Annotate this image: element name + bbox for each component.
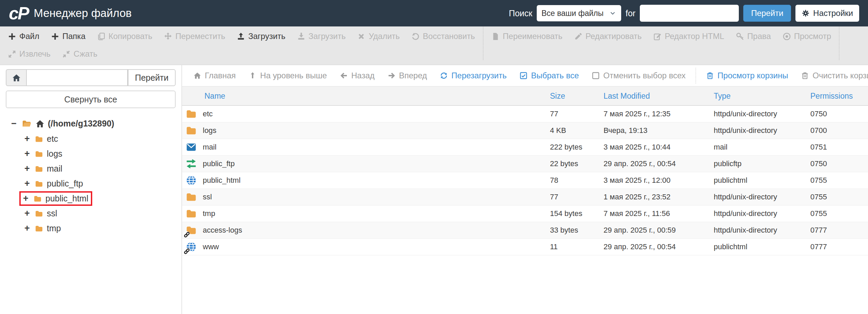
home-button[interactable] [6,69,27,86]
toolbar-delete-button[interactable]: Удалить [351,27,406,45]
toolbar-restore-label: Восстановить [423,32,475,41]
navbar-empty-trash-button[interactable]: Очистить корзину [794,71,868,80]
view-icon [783,32,791,41]
toolbar-row-2: ИзвлечьСжать [2,45,866,63]
toolbar-rename-button[interactable]: Переименовать [486,27,568,45]
file-type: httpd/unix-directory [714,126,810,135]
toolbar-download-button[interactable]: Загрузить [291,27,352,45]
html-edit-icon [653,32,662,41]
expand-expander[interactable]: + [23,209,31,218]
file-row-mail[interactable]: mail222 bytes3 мая 2025 г., 10:44mail075… [182,139,868,156]
settings-button[interactable]: Настройки [795,5,859,22]
folder-icon [185,125,198,136]
expand-expander[interactable]: + [23,179,31,188]
plus-icon [8,32,16,41]
toolbar-row-1: ФайлПапкаКопироватьПереместитьЗагрузитьЗ… [2,27,866,45]
toolbar-view-button[interactable]: Просмотр [777,27,837,45]
toolbar-copy-button[interactable]: Копировать [91,27,158,45]
toolbar-edit-button[interactable]: Редактировать [568,27,648,45]
app-header: cP Менеджер файлов Поиск Все ваши файлы … [0,0,868,26]
toolbar-extract-button[interactable]: Извлечь [2,45,56,63]
navbar-back-button[interactable]: Назад [333,71,381,80]
sidebar-tree-item-tmp[interactable]: +tmp [21,221,65,236]
toolbar-restore-button[interactable]: Восстановить [406,27,481,45]
navbar-reload-button[interactable]: Перезагрузить [433,71,513,80]
folder-icon [185,208,197,219]
file-row-tmp[interactable]: tmp154 bytes7 мая 2025 г., 11:56httpd/un… [182,205,868,222]
path-input[interactable] [27,69,128,86]
column-header-size[interactable]: Size [550,92,604,101]
file-row-etc[interactable]: etc777 мая 2025 г., 12:35httpd/unix-dire… [182,106,868,122]
tree-root-label: (/home/g132890) [48,119,114,129]
file-row-ssl[interactable]: ssl771 мая 2025 г., 23:52httpd/unix-dire… [182,189,868,205]
expand-expander[interactable]: + [23,164,31,173]
sidebar-tree-item-public_html[interactable]: +public_html [19,191,92,206]
file-size: 77 [550,193,604,201]
column-header-name[interactable]: Name [182,92,550,101]
toolbar-permissions-label: Права [747,32,771,41]
expand-expander[interactable]: + [23,224,31,233]
search-scope-select[interactable]: Все ваши файлы [537,5,621,21]
file-row-logs[interactable]: logs4 KBВчера, 19:13httpd/unix-directory… [182,122,868,139]
expand-expander[interactable]: + [22,194,30,203]
file-row-public_ftp[interactable]: public_ftp22 bytes29 апр. 2025 г., 00:54… [182,156,868,172]
file-permissions: 0755 [810,193,868,201]
navbar-deselect-all-button[interactable]: Отменить выбор всех [585,71,692,80]
file-permissions: 0755 [810,209,868,218]
collapse-expander[interactable]: − [10,119,18,128]
download-icon [297,32,305,41]
toolbar-upload-button[interactable]: Загрузить [231,27,291,45]
navbar-up-one-level-button[interactable]: На уровень выше [242,71,333,80]
navbar-forward-label: Вперед [399,71,427,80]
file-size: 33 bytes [550,226,604,235]
file-last-modified: 1 мая 2025 г., 23:52 [604,193,714,201]
sidebar-tree-item-logs[interactable]: +logs [21,146,66,161]
plus-icon [51,32,59,41]
column-header-permissions[interactable]: Permissions [810,92,868,101]
move-icon [164,32,172,41]
sidebar-tree-item-etc[interactable]: +etc [21,132,62,146]
column-header-modified[interactable]: Last Modified [604,92,714,101]
toolbar-file-button[interactable]: Файл [2,27,45,45]
for-label: for [626,8,635,18]
navbar-back-label: Назад [351,71,375,80]
content-area: Перейти Свернуть все − (/home/g132890) +… [0,65,868,314]
file-row-access-logs[interactable]: access-logs33 bytes29 апр. 2025 г., 00:5… [182,222,868,239]
file-row-public_html[interactable]: public_html783 мая 2025 г., 12:00publich… [182,172,868,189]
path-go-button[interactable]: Перейти [128,69,176,86]
navbar-view-trash-button[interactable]: Просмотр корзины [699,71,794,80]
navbar-home-button[interactable]: Главная [187,71,242,80]
sidebar-tree-item-public_ftp[interactable]: +public_ftp [21,176,87,191]
search-go-button[interactable]: Перейти [743,5,791,22]
toolbar-compress-button[interactable]: Сжать [56,45,103,63]
globe-icon [185,175,198,186]
toolbar-html-editor-button[interactable]: Редактор HTML [648,27,730,45]
toolbar-folder-button[interactable]: Папка [45,27,91,45]
file-name-cell: ssl [182,191,550,203]
search-input[interactable] [640,5,739,22]
navbar-deselect-all-label: Отменить выбор всех [603,71,686,80]
navbar-forward-button[interactable]: Вперед [381,71,434,80]
toolbar-download-label: Загрузить [309,32,346,41]
file-type: httpd/unix-directory [714,209,810,218]
column-header-type[interactable]: Type [714,92,810,101]
toolbar-file-label: Файл [19,32,39,41]
expand-expander[interactable]: + [23,149,31,158]
toolbar-move-button[interactable]: Переместить [158,27,231,45]
sidebar-tree-item-mail[interactable]: +mail [21,161,66,176]
toolbar-permissions-button[interactable]: Права [730,27,777,45]
toolbar-upload-label: Загрузить [248,32,285,41]
folder-icon [185,109,197,119]
sidebar-tree-item-ssl[interactable]: +ssl [21,206,61,221]
checkbox-empty-icon [592,72,600,80]
toolbar-move-label: Переместить [175,32,225,41]
file-permissions: 0777 [810,242,868,251]
toolbar-separator [483,27,484,60]
collapse-all-button[interactable]: Свернуть все [6,91,176,108]
navbar-select-all-button[interactable]: Выбрать все [513,71,585,80]
file-row-www[interactable]: www1129 апр. 2025 г., 00:54publichtml077… [182,239,868,255]
expand-expander[interactable]: + [23,134,31,143]
toolbar-delete-label: Удалить [369,32,400,41]
file-size: 11 [550,242,604,251]
tree-root-home[interactable]: − (/home/g132890) [6,118,114,131]
